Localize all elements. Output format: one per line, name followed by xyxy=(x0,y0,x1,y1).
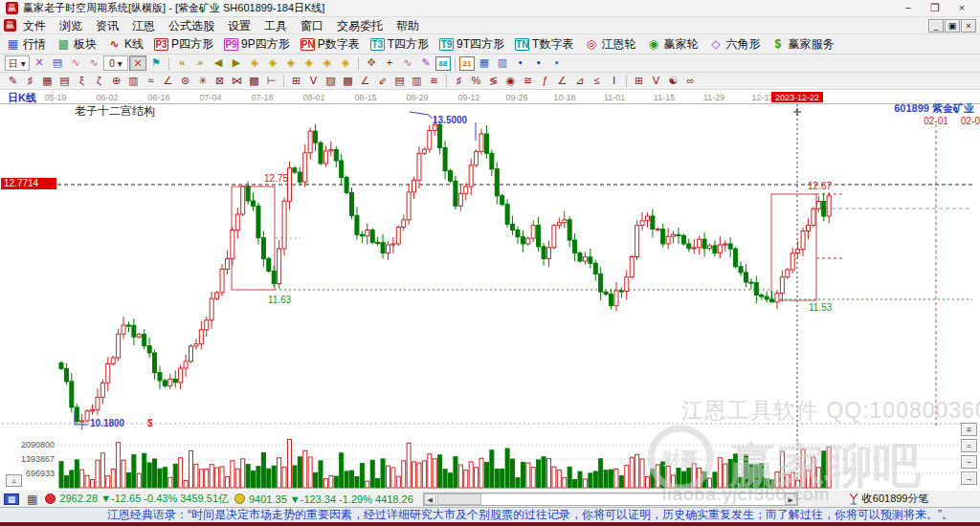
pencil-tool[interactable]: ✎ xyxy=(417,55,434,71)
export-tool[interactable]: ▪ xyxy=(530,55,547,71)
scrollbar-thumb[interactable] xyxy=(437,493,481,505)
next-bar-button[interactable]: ▶ xyxy=(228,55,245,71)
9p-square-button[interactable]: P99P四方形 xyxy=(224,36,290,53)
winner-wheel-button[interactable]: ◉赢家轮 xyxy=(646,36,698,53)
draw-table[interactable]: ⊞ xyxy=(631,74,647,88)
period-day-dropdown[interactable]: 日 ▾ xyxy=(5,55,30,71)
menu-item-2[interactable]: 资讯 xyxy=(89,18,125,33)
gann-diamond-3[interactable]: ◈ xyxy=(282,55,300,71)
zoom-box-tool[interactable]: ✕ xyxy=(31,55,48,71)
draw-panel-b[interactable]: ▥ xyxy=(409,74,425,88)
prev-bar-button[interactable]: ◀ xyxy=(210,55,227,71)
t-square-button[interactable]: T3T四方形 xyxy=(370,36,429,53)
draw-fan[interactable]: Ⅴ xyxy=(305,74,322,88)
draw-gtlt[interactable]: ≶ xyxy=(485,74,501,88)
share-tool[interactable]: ▪ xyxy=(548,55,566,71)
p-table-button[interactable]: PNP数字表 xyxy=(301,36,360,53)
draw-circle-cross[interactable]: ⊕ xyxy=(108,74,124,88)
draw-angle3[interactable]: ∠ xyxy=(554,74,570,88)
hand-tool[interactable]: ✥ xyxy=(363,55,380,71)
mdi-close-button[interactable]: × xyxy=(961,19,976,33)
draw-box-x[interactable]: ⊠ xyxy=(212,74,228,88)
draw-grid-red[interactable]: ▩ xyxy=(246,74,262,88)
gann-diamond-5[interactable]: ◈ xyxy=(319,55,336,71)
draw-gann-grid[interactable]: ▦ xyxy=(39,74,56,88)
draw-one[interactable]: Ⅰ xyxy=(606,74,622,88)
gann-diamond-2[interactable]: ◈ xyxy=(264,55,281,71)
status-grid-icon[interactable]: ▦ xyxy=(27,493,37,505)
draw-bolt-b[interactable]: ζ xyxy=(91,74,107,88)
overlay-dropdown[interactable]: 0 ▾ xyxy=(103,55,128,71)
quote-button[interactable]: ▦行情 xyxy=(6,36,46,53)
first-bar-button[interactable]: « xyxy=(173,55,190,71)
draw-gann-grid2[interactable]: ▤ xyxy=(56,74,73,88)
draw-fx[interactable]: ƒ xyxy=(537,74,553,88)
gann-diamond-4[interactable]: ◈ xyxy=(301,55,318,71)
save-tool[interactable]: ▪ xyxy=(512,55,529,71)
draw-bolt-a[interactable]: ξ xyxy=(74,74,90,88)
menu-item-4[interactable]: 公式选股 xyxy=(162,18,221,33)
draw-hash[interactable]: ▥ xyxy=(125,74,142,88)
draw-wave[interactable]: ≈ xyxy=(143,74,159,88)
kline-button[interactable]: ∿K线 xyxy=(107,36,144,53)
draw-waves[interactable]: ≋ xyxy=(426,74,442,88)
draw-tri[interactable]: ⊿ xyxy=(571,74,588,88)
t-table-button[interactable]: TNT数字表 xyxy=(515,36,573,53)
draw-arrow-dl[interactable]: ⇙ xyxy=(374,74,390,88)
draw-angle[interactable]: ∠ xyxy=(160,74,176,88)
draw-angle2[interactable]: ∠ xyxy=(357,74,373,88)
scroll-right-arrow[interactable]: ▶ xyxy=(785,493,797,505)
menu-item-3[interactable]: 江恩 xyxy=(125,18,162,33)
wave-tool-c[interactable]: ∿ xyxy=(399,55,416,71)
chart-scrollbar[interactable]: ◀ ▶ xyxy=(423,493,798,506)
draw-panel-a[interactable]: ▤ xyxy=(391,74,408,88)
restore-button[interactable]: ❐ xyxy=(928,2,942,14)
pane-next-button[interactable]: → xyxy=(961,471,977,485)
draw-ruler[interactable]: ⊢ xyxy=(263,74,279,88)
mdi-restore-button[interactable]: ▣ xyxy=(945,19,960,33)
draw-pencil[interactable]: ✎ xyxy=(5,74,21,88)
menu-item-0[interactable]: 文件 xyxy=(16,18,53,33)
notebook-tool[interactable]: ▥ xyxy=(494,55,511,71)
volume-pane-toggle-button[interactable]: ▵ xyxy=(6,474,22,487)
draw-grid-a[interactable]: ♯ xyxy=(22,74,38,88)
status-app-icon[interactable]: ▦ xyxy=(4,493,19,505)
gann-diamond-1[interactable]: ◈ xyxy=(246,55,263,71)
draw-vfan[interactable]: Ⅴ xyxy=(648,74,664,88)
close-button[interactable]: × xyxy=(955,2,969,14)
minimize-button[interactable]: − xyxy=(902,2,915,14)
crosshair-tool[interactable]: + xyxy=(381,55,398,71)
menu-item-6[interactable]: 工具 xyxy=(257,18,294,33)
flag-tool[interactable]: ⚑ xyxy=(147,55,165,71)
menu-item-7[interactable]: 窗口 xyxy=(294,18,330,33)
draw-target[interactable]: ⊛ xyxy=(177,74,193,88)
menu-item-1[interactable]: 浏览 xyxy=(53,18,89,33)
gann-diamond-6[interactable]: ◈ xyxy=(337,55,354,71)
mdi-minimize-button[interactable]: _ xyxy=(928,19,944,33)
pair-compare-tool[interactable]: 88 xyxy=(435,56,451,71)
draw-shade-a[interactable]: ▨ xyxy=(323,74,339,88)
info-panel-tool[interactable]: ▤ xyxy=(49,55,66,71)
draw-sharp[interactable]: ♯ xyxy=(451,74,467,88)
draw-approx[interactable]: ≊ xyxy=(520,74,536,88)
9t-square-button[interactable]: T99T四方形 xyxy=(439,36,504,53)
sector-button[interactable]: ▩板块 xyxy=(56,36,97,53)
scroll-left-arrow[interactable]: ◀ xyxy=(424,493,436,505)
winner-service-button[interactable]: $赢家服务 xyxy=(770,36,834,53)
calculator-tool[interactable]: ▦ xyxy=(476,55,493,71)
pane-layout-1-button[interactable]: − xyxy=(961,455,977,469)
hexagon-button[interactable]: ◇六角形 xyxy=(708,36,760,53)
draw-frame[interactable]: ⊞ xyxy=(288,74,304,88)
menu-item-5[interactable]: 设置 xyxy=(221,18,257,33)
draw-leq[interactable]: ≤ xyxy=(589,74,605,88)
menu-item-9[interactable]: 帮助 xyxy=(390,18,426,33)
gann-wheel-button[interactable]: ◎江恩轮 xyxy=(584,36,635,53)
draw-bowtie[interactable]: ⋈ xyxy=(229,74,245,88)
draw-infinity[interactable]: ∞ xyxy=(682,74,699,88)
last-bar-button[interactable]: » xyxy=(191,55,209,71)
kline-chart[interactable]: 05-1906-0206-1607-0407-1808-0108-1508-29… xyxy=(0,90,980,490)
draw-shade-b[interactable]: ▩ xyxy=(340,74,356,88)
wave-tool-a[interactable]: ∿ xyxy=(67,55,84,71)
pane-layout-2-button[interactable]: = xyxy=(961,439,977,452)
draw-disc[interactable]: ◉ xyxy=(502,74,519,88)
